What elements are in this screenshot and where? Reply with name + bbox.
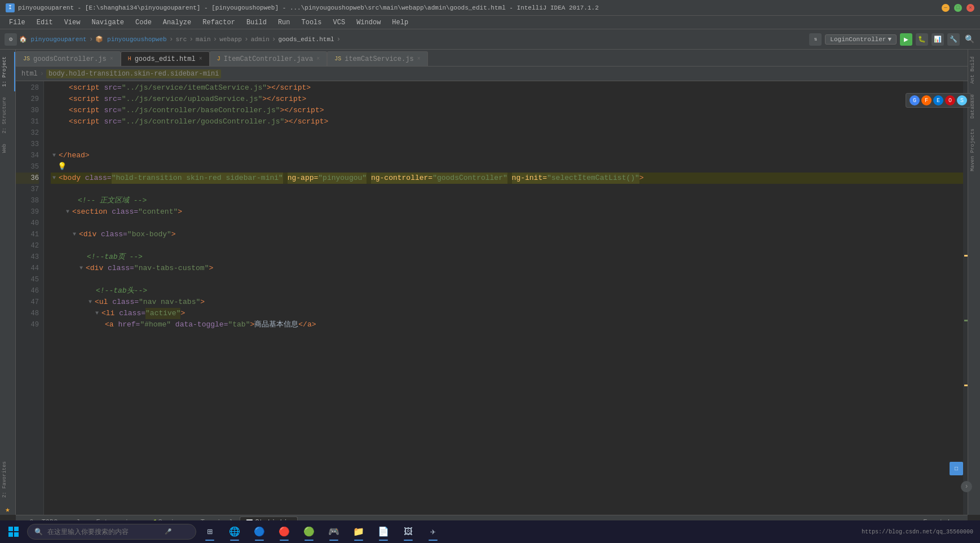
- breadcrumb-nav: 🏠 pinyougouparent › 📦 pinyougoushopweb ›…: [19, 35, 807, 43]
- menu-refactor[interactable]: Refactor: [198, 17, 240, 28]
- toolbar-icon-btn[interactable]: ⚙: [5, 33, 17, 46]
- menu-code[interactable]: Code: [131, 17, 156, 28]
- title-bar: I pinyougouparent - [E:\shanghai34\pinyo…: [0, 0, 980, 16]
- menu-edit[interactable]: Edit: [32, 17, 58, 28]
- breadcrumb-item-main[interactable]: main: [196, 36, 210, 43]
- breadcrumb-item-webapp[interactable]: webapp: [219, 36, 242, 43]
- window-title: pinyougouparent - [E:\shanghai34\pinyoug…: [18, 5, 599, 11]
- breadcrumb-item-root[interactable]: 🏠 pinyougouparent: [19, 36, 87, 43]
- breadcrumb-item-file[interactable]: goods_edit.html: [279, 36, 334, 43]
- coverage-button[interactable]: 📊: [932, 33, 944, 46]
- minimize-button[interactable]: —: [942, 4, 950, 12]
- run-button[interactable]: ▶: [900, 33, 912, 46]
- menu-tools[interactable]: Tools: [297, 17, 326, 28]
- menu-bar: File Edit View Navigate Code Analyze Ref…: [0, 16, 980, 29]
- menu-run[interactable]: Run: [273, 17, 295, 28]
- toolbar-git-btn[interactable]: ⇅: [809, 33, 822, 46]
- menu-analyze[interactable]: Analyze: [158, 17, 196, 28]
- menu-navigate[interactable]: Navigate: [87, 17, 129, 28]
- profiler-button[interactable]: 🔧: [947, 33, 960, 46]
- maximize-button[interactable]: □: [954, 4, 962, 12]
- menu-window[interactable]: Window: [352, 17, 385, 28]
- toolbar: ⚙ 🏠 pinyougouparent › 📦 pinyougoushopweb…: [0, 29, 980, 50]
- menu-file[interactable]: File: [5, 17, 30, 28]
- menu-view[interactable]: View: [60, 17, 85, 28]
- close-button[interactable]: ✕: [966, 4, 974, 12]
- menu-vcs[interactable]: VCS: [329, 17, 350, 28]
- global-search-button[interactable]: 🔍: [963, 33, 975, 46]
- breadcrumb-item-src[interactable]: src: [175, 36, 187, 43]
- debug-button[interactable]: 🐛: [916, 33, 928, 46]
- login-controller-button[interactable]: LoginController ▼: [825, 34, 897, 45]
- breadcrumb-item-admin[interactable]: admin: [251, 36, 270, 43]
- menu-help[interactable]: Help: [387, 17, 413, 28]
- menu-build[interactable]: Build: [242, 17, 271, 28]
- breadcrumb-item-shopweb[interactable]: 📦 pinyougoushopweb: [95, 36, 166, 43]
- app-icon: I: [6, 3, 15, 12]
